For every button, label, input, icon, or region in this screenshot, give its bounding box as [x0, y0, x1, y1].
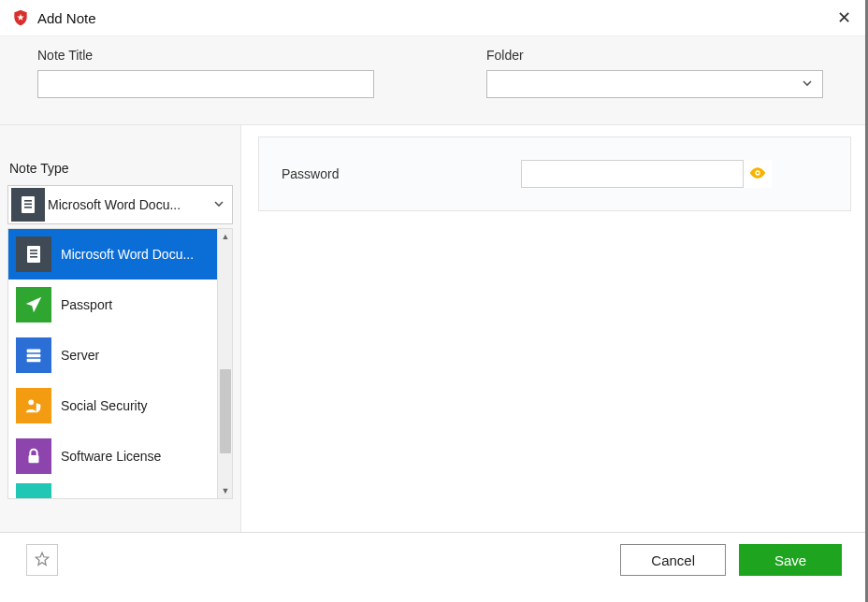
svg-rect-2: [24, 204, 32, 206]
password-label: Password: [259, 166, 521, 181]
svg-rect-9: [27, 354, 41, 358]
folder-label: Folder: [486, 48, 823, 63]
footer: Cancel Save: [0, 533, 868, 587]
list-item[interactable]: Passport: [8, 280, 217, 330]
svg-rect-5: [30, 250, 37, 251]
top-form: Note Title Folder: [0, 36, 868, 125]
note-title-field: Note Title: [37, 48, 374, 98]
note-type-label: Note Type: [0, 161, 240, 185]
note-type-list-wrap: Microsoft Word Docu... Passport Server: [7, 228, 233, 499]
svg-rect-3: [24, 207, 32, 208]
list-item[interactable]: [8, 481, 217, 498]
svg-rect-7: [30, 256, 37, 258]
scroll-up-arrow-icon[interactable]: ▲: [218, 229, 233, 244]
list-item[interactable]: Microsoft Word Docu...: [8, 229, 217, 280]
favorite-button[interactable]: [26, 544, 58, 576]
star-icon: [34, 551, 51, 570]
list-item-label: Software License: [61, 449, 161, 464]
save-button[interactable]: Save: [739, 544, 842, 576]
document-icon: [16, 236, 51, 272]
svg-point-14: [757, 171, 760, 174]
password-card: Password: [258, 136, 851, 211]
sidebar: Note Type Microsoft Word Docu... Microso…: [0, 125, 241, 532]
cancel-button[interactable]: Cancel: [620, 544, 726, 576]
chevron-down-icon: [206, 197, 232, 212]
airplane-icon: [16, 287, 51, 322]
password-input[interactable]: [521, 160, 744, 188]
list-item-label: Microsoft Word Docu...: [61, 247, 194, 262]
password-input-wrap: [521, 160, 772, 188]
chevron-down-icon: [802, 77, 813, 92]
note-type-selected-label: Microsoft Word Docu...: [48, 197, 206, 212]
note-title-label: Note Title: [37, 48, 374, 63]
list-item-label: Server: [61, 348, 99, 363]
lock-icon: [16, 438, 51, 474]
svg-rect-6: [30, 253, 37, 255]
partial-icon: [16, 483, 51, 498]
main-area: Note Type Microsoft Word Docu... Microso…: [0, 125, 868, 533]
content-area: Password: [241, 125, 868, 532]
folder-select[interactable]: [486, 70, 823, 98]
document-icon: [11, 188, 45, 222]
list-item-label: Passport: [61, 297, 112, 312]
close-button[interactable]: ✕: [832, 7, 857, 28]
app-logo-icon: [11, 8, 30, 27]
reveal-password-button[interactable]: [744, 160, 772, 188]
note-type-listbox: Microsoft Word Docu... Passport Server: [8, 229, 217, 498]
list-item[interactable]: Social Security: [8, 380, 217, 431]
folder-field: Folder: [486, 48, 823, 98]
list-item-label: Social Security: [61, 398, 148, 413]
person-shield-icon: [16, 388, 51, 423]
scroll-down-arrow-icon[interactable]: ▼: [218, 483, 233, 498]
note-type-select[interactable]: Microsoft Word Docu...: [7, 185, 233, 224]
svg-rect-10: [27, 359, 41, 363]
svg-rect-12: [29, 455, 39, 463]
note-title-input[interactable]: [37, 70, 374, 98]
list-item[interactable]: Server: [8, 330, 217, 380]
svg-rect-1: [24, 200, 32, 202]
scrollbar[interactable]: ▲ ▼: [217, 229, 232, 498]
svg-point-11: [28, 399, 34, 405]
scroll-thumb[interactable]: [220, 369, 231, 453]
window-title: Add Note: [37, 10, 832, 26]
server-icon: [16, 337, 51, 373]
eye-icon: [748, 166, 767, 182]
svg-rect-8: [27, 350, 41, 353]
list-item[interactable]: Software License: [8, 431, 217, 481]
titlebar: Add Note ✕: [0, 0, 868, 36]
